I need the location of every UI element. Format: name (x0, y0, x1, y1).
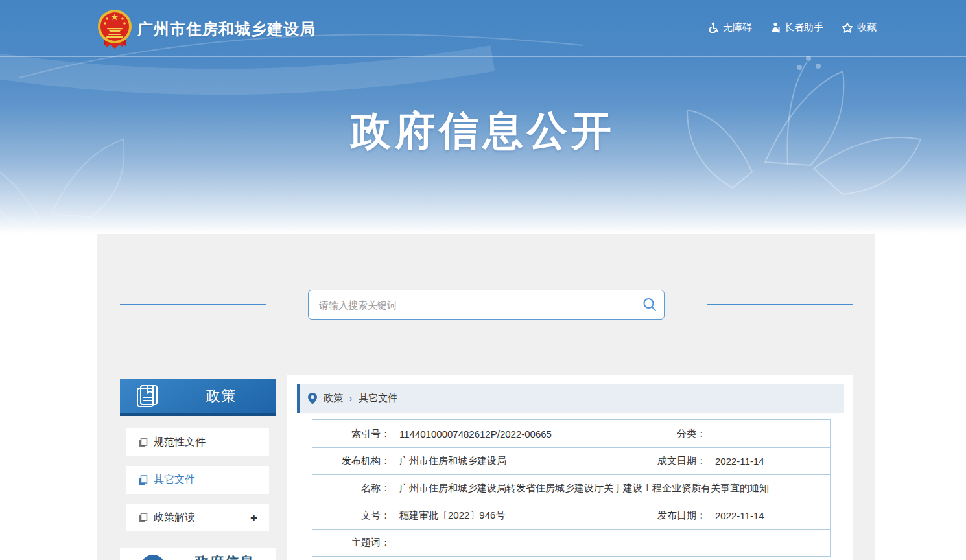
sidebar-next-separator (180, 554, 180, 560)
star-icon (842, 22, 853, 34)
elder-assist-icon (770, 22, 781, 33)
breadcrumb-accent-bar (297, 384, 300, 413)
publish-date-value: 2022-11-14 (715, 510, 764, 521)
search-button[interactable] (635, 290, 664, 319)
cell-index-no: 索引号： 11440100007482612P/2022-00665 (312, 420, 615, 447)
sidebar-item-label: 其它文件 (154, 473, 195, 487)
breadcrumb: 政策 › 其它文件 (297, 384, 844, 413)
document-icon (138, 438, 148, 448)
publisher-value: 广州市住房和城乡建设局 (399, 455, 506, 467)
sidebar-section-gov-info[interactable]: 政府信息公开 (120, 548, 276, 560)
page-title: 政府信息公开 (0, 104, 966, 158)
doc-no-value: 穗建审批〔2022〕946号 (399, 509, 505, 522)
category-label: 分类： (615, 428, 706, 440)
search-box (308, 290, 665, 320)
elder-assist-link[interactable]: 长者助手 (770, 21, 823, 34)
sidebar-next-section-title: 政府信息公开 (195, 553, 257, 560)
index-no-label: 索引号： (312, 428, 390, 440)
policy-book-icon (134, 383, 160, 409)
content-container: 政策 规范性文件 其它文件 (97, 234, 875, 560)
cell-category: 分类： (615, 420, 830, 447)
site-title: 广州市住房和城乡建设局 (137, 19, 316, 40)
location-pin-icon (308, 393, 317, 404)
table-row: 发布机构： 广州市住房和城乡建设局 成文日期： 2022-11-14 (312, 447, 830, 474)
document-detail-table: 索引号： 11440100007482612P/2022-00665 分类： 发… (312, 419, 831, 557)
breadcrumb-separator-icon: › (349, 393, 352, 403)
gov-info-circle-icon (141, 555, 165, 560)
doc-name-label: 名称： (312, 482, 390, 495)
national-emblem-logo (96, 8, 134, 50)
written-date-label: 成文日期： (615, 455, 706, 467)
main-panel: 政策 › 其它文件 索引号： 11440100007482612P/2022-0… (287, 375, 853, 560)
cell-publish-date: 发布日期： 2022-11-14 (615, 502, 830, 529)
accessibility-link[interactable]: 无障碍 (708, 21, 752, 34)
keywords-label: 主题词： (312, 537, 390, 549)
cell-doc-no: 文号： 穗建审批〔2022〕946号 (312, 502, 615, 529)
top-utility-links: 无障碍 长者助手 收藏 (708, 21, 877, 34)
sidebar-item-label: 规范性文件 (154, 436, 206, 449)
elder-assist-label: 长者助手 (784, 21, 823, 34)
favorite-label: 收藏 (857, 21, 877, 34)
search-decor-line-right (707, 304, 853, 305)
cell-written-date: 成文日期： 2022-11-14 (615, 448, 830, 474)
document-icon (138, 475, 148, 485)
favorite-link[interactable]: 收藏 (842, 21, 877, 34)
sidebar-item-normative-documents[interactable]: 规范性文件 (126, 428, 269, 456)
search-icon (642, 297, 657, 312)
cell-keywords: 主题词： (312, 530, 830, 556)
table-row: 名称： 广州市住房和城乡建设局转发省住房城乡建设厅关于建设工程企业资质有关事宜的… (312, 474, 830, 502)
table-row: 主题词： (312, 529, 830, 556)
written-date-value: 2022-11-14 (715, 456, 764, 467)
table-row: 文号： 穗建审批〔2022〕946号 发布日期： 2022-11-14 (312, 502, 830, 529)
sidebar-section-title: 政策 (172, 386, 276, 406)
accessibility-label: 无障碍 (723, 21, 752, 34)
page-banner: 广州市住房和城乡建设局 无障碍 长者助手 收藏 政府信息 (0, 0, 966, 234)
search-decor-line-left (120, 304, 266, 305)
index-no-value: 11440100007482612P/2022-00665 (399, 428, 552, 439)
search-input[interactable] (309, 290, 635, 319)
accessibility-icon (708, 22, 719, 33)
cell-publisher: 发布机构： 广州市住房和城乡建设局 (312, 448, 615, 474)
doc-no-label: 文号： (312, 509, 390, 522)
doc-name-value: 广州市住房和城乡建设局转发省住房城乡建设厅关于建设工程企业资质有关事宜的通知 (399, 482, 769, 495)
sidebar-item-label: 政策解读 (154, 511, 195, 524)
expand-plus-icon[interactable]: + (250, 511, 257, 525)
sidebar-item-policy-interpretation[interactable]: 政策解读 + (126, 504, 269, 531)
sidebar-section-policy[interactable]: 政策 (120, 379, 276, 416)
table-row: 索引号： 11440100007482612P/2022-00665 分类： (312, 420, 830, 447)
breadcrumb-current: 其它文件 (359, 392, 397, 404)
breadcrumb-root[interactable]: 政策 (324, 392, 343, 404)
header-divider (0, 56, 966, 57)
sidebar-item-other-documents[interactable]: 其它文件 (126, 466, 269, 494)
cell-doc-name: 名称： 广州市住房和城乡建设局转发省住房城乡建设厅关于建设工程企业资质有关事宜的… (312, 475, 830, 502)
publisher-label: 发布机构： (312, 455, 390, 467)
document-icon (138, 513, 148, 523)
publish-date-label: 发布日期： (615, 509, 706, 522)
